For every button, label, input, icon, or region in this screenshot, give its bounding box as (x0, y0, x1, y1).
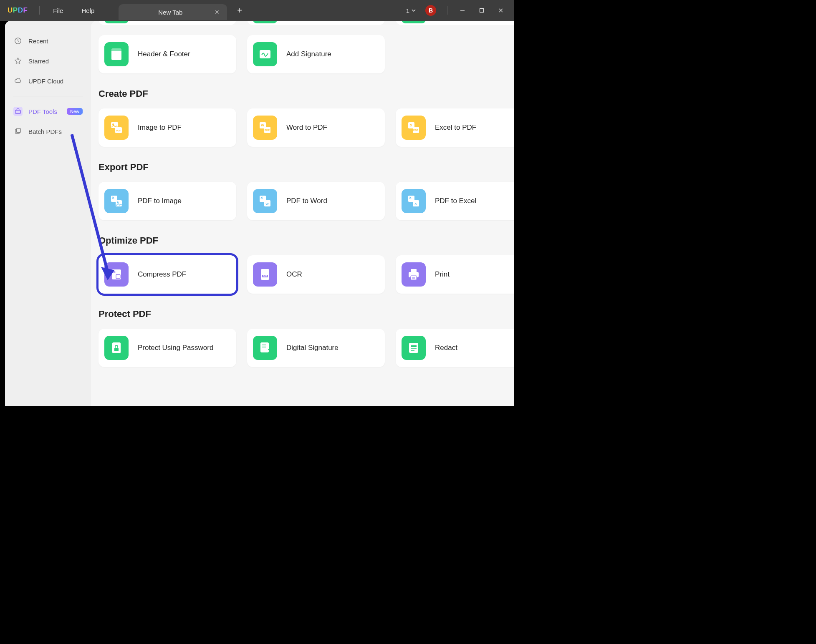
compress-icon (104, 262, 129, 287)
svg-rect-42 (260, 342, 269, 352)
tool-label: Redact (435, 343, 457, 353)
tool-label: Protect Using Password (138, 343, 213, 353)
chevron-down-icon (411, 8, 416, 13)
ocr-icon: OCR (253, 262, 277, 287)
digital-signature-icon (253, 336, 277, 360)
tool-print[interactable]: Print (396, 255, 514, 294)
maximize-button[interactable] (473, 2, 490, 19)
tool-word-to-pdf[interactable]: WPDF Word to PDF (247, 108, 385, 147)
tool-label: Word to PDF (286, 123, 327, 133)
minimize-button[interactable] (454, 2, 471, 19)
tool-label: Excel to PDF (435, 123, 476, 133)
tool-redact[interactable]: Redact (396, 329, 514, 367)
tool-ocr[interactable]: OCR OCR (247, 255, 385, 294)
image-to-pdf-icon: PDF (104, 116, 129, 140)
svg-rect-32 (261, 269, 269, 280)
sidebar-item-batch[interactable]: Batch PDFs (5, 121, 91, 141)
svg-text:PDF: PDF (265, 129, 270, 131)
pdf-to-excel-icon: X (402, 189, 426, 213)
tool-label: Image to PDF (138, 123, 182, 133)
tool-digital-signature[interactable]: Digital Signature (247, 329, 385, 367)
svg-point-23 (117, 201, 119, 203)
tool-excel-to-pdf[interactable]: XPDF Excel to PDF (396, 108, 514, 147)
tool-compress-pdf[interactable]: Compress PDF (99, 255, 236, 294)
window-count-dropdown[interactable]: 1 (404, 7, 419, 14)
sidebar-item-starred[interactable]: Starred (5, 51, 91, 71)
divider (13, 96, 83, 96)
svg-rect-45 (409, 343, 418, 353)
separator (39, 6, 40, 15)
svg-rect-7 (111, 48, 121, 51)
add-tab-icon[interactable]: + (237, 6, 242, 15)
toolbox-icon (13, 107, 23, 116)
excel-to-pdf-icon: XPDF (402, 116, 426, 140)
star-icon (13, 56, 23, 65)
svg-text:W: W (261, 123, 264, 127)
tool-add-signature[interactable]: Add Signature (247, 35, 385, 73)
menu-file[interactable]: File (44, 7, 72, 14)
tool-header-footer[interactable]: Header & Footer (99, 35, 236, 73)
sidebar-item-label: Recent (28, 38, 48, 45)
svg-rect-31 (116, 274, 120, 279)
sidebar-item-pdf-tools[interactable]: PDF Tools New (5, 101, 91, 121)
tool-label: Compress PDF (138, 270, 186, 279)
tab-title: New Tab (128, 9, 213, 16)
tool-pdf-to-image[interactable]: PDF to Image (99, 182, 236, 220)
word-to-pdf-icon: WPDF (253, 116, 277, 140)
tool-label: PDF to Excel (435, 196, 476, 206)
pdf-to-word-icon: W (253, 189, 277, 213)
close-icon[interactable]: ✕ (213, 7, 221, 17)
tool-label: Digital Signature (286, 343, 339, 353)
svg-rect-5 (16, 128, 20, 133)
tool-card-partial[interactable] (247, 21, 385, 25)
tool-pdf-to-excel[interactable]: X PDF to Excel (396, 182, 514, 220)
tab[interactable]: New Tab ✕ (119, 4, 227, 20)
sidebar-item-label: PDF Tools (28, 108, 57, 115)
section-title-create: Create PDF (99, 88, 511, 99)
tool-label: Header & Footer (138, 50, 190, 59)
header-footer-icon (104, 42, 129, 66)
tool-label: Print (435, 270, 450, 279)
section-title-optimize: Optimize PDF (99, 235, 511, 246)
svg-rect-37 (411, 276, 417, 280)
close-button[interactable] (493, 2, 509, 19)
sidebar-item-label: Starred (28, 58, 49, 65)
svg-text:W: W (265, 202, 269, 206)
tool-image-to-pdf[interactable]: PDF Image to PDF (99, 108, 236, 147)
redact-icon (402, 336, 426, 360)
tool-label: Add Signature (286, 50, 331, 59)
svg-text:OCR: OCR (263, 275, 268, 277)
svg-rect-46 (411, 345, 417, 347)
window-count: 1 (406, 7, 409, 14)
svg-rect-9 (111, 122, 118, 128)
section-title-protect: Protect PDF (99, 309, 511, 319)
main-content: Header & Footer Add Signature Create PDF… (91, 21, 514, 406)
avatar[interactable]: B (425, 5, 436, 16)
cloud-icon (13, 76, 23, 86)
tool-card-partial[interactable] (396, 21, 514, 25)
svg-text:PDF: PDF (116, 129, 121, 132)
section-title-export: Export PDF (99, 162, 511, 173)
new-badge: New (67, 108, 83, 115)
signature-icon (253, 42, 277, 66)
sidebar-item-cloud[interactable]: UPDF Cloud (5, 71, 91, 91)
sidebar-item-label: UPDF Cloud (28, 78, 63, 85)
svg-rect-41 (114, 348, 119, 351)
titlebar: UPDF File Help New Tab ✕ + 1 B (0, 0, 514, 21)
menu-help[interactable]: Help (72, 7, 104, 14)
separator (447, 6, 447, 15)
pdf-to-image-icon (104, 189, 129, 213)
svg-rect-8 (260, 50, 270, 58)
svg-text:X: X (414, 202, 417, 206)
tool-pdf-to-word[interactable]: W PDF to Word (247, 182, 385, 220)
tool-label: PDF to Word (286, 196, 327, 206)
clock-icon (13, 36, 23, 45)
app-logo: UPDF (8, 6, 28, 15)
batch-icon (13, 127, 23, 136)
svg-text:X: X (410, 123, 412, 127)
svg-rect-1 (480, 9, 484, 13)
tool-card-partial[interactable] (99, 21, 236, 25)
sidebar-item-recent[interactable]: Recent (5, 31, 91, 51)
svg-text:PDF: PDF (413, 129, 418, 131)
tool-protect-password[interactable]: Protect Using Password (99, 329, 236, 367)
